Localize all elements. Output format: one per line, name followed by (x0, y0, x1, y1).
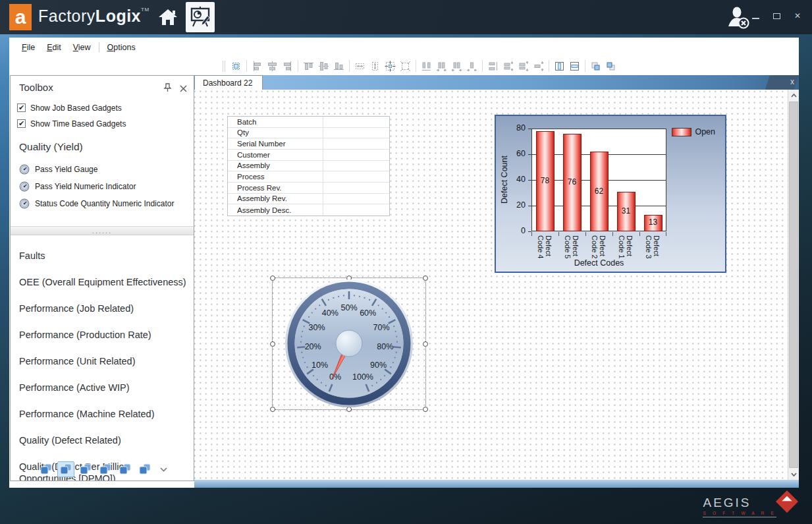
maximize-button[interactable] (771, 11, 782, 21)
toolbox-item-pass-yield-numeric-indicator[interactable]: Pass Yield Numeric Indicator (19, 178, 194, 195)
space-across-increase-button[interactable] (434, 59, 449, 74)
scroll-down-icon[interactable] (788, 469, 799, 480)
titlebar: a FactoryLogixTM (0, 0, 812, 34)
selection-resize-handle[interactable] (270, 341, 275, 347)
space-across-decrease-button[interactable] (449, 59, 464, 74)
scroll-up-icon[interactable] (788, 90, 799, 101)
table-row: Process (228, 171, 389, 183)
fit-height-button[interactable] (367, 59, 383, 74)
align-middles-icon (318, 61, 329, 72)
toolbox-category-faults[interactable]: Faults (19, 235, 187, 262)
gauge-gadget[interactable]: 0%10%20%30%40%50%60%70%80%90%100% (283, 277, 415, 409)
close-button[interactable]: ✕ (792, 11, 803, 21)
gadget-page-button-1[interactable] (38, 461, 55, 477)
toolbox-category-oee-overall-equipment-effectiveness-[interactable]: OEE (Overall Equipment Effectiveness) (19, 262, 187, 288)
selection-resize-handle[interactable] (423, 407, 428, 412)
toolbar-grip[interactable] (223, 61, 225, 72)
align-centers-button[interactable] (265, 59, 280, 74)
x-axis-title: Defect Codes (531, 258, 666, 268)
selection-resize-handle[interactable] (423, 341, 428, 347)
table-row-label: Process Rev. (228, 183, 323, 193)
size-to-control-button[interactable] (383, 59, 398, 74)
toolbox-category-quality-defect-related-[interactable]: Quality (Defect Related) (19, 420, 187, 446)
gadget-page-button-2[interactable] (57, 461, 74, 477)
space-down-equal-button[interactable] (485, 59, 501, 74)
toolbox-category-performance-production-rate-[interactable]: Performance (Production Rate) (19, 314, 187, 341)
toolbox-category-performance-job-related-[interactable]: Performance (Job Related) (19, 288, 187, 314)
dashboard-designer-button[interactable] (186, 2, 215, 32)
table-gadget[interactable]: BatchQtySerial NumberCustomerAssemblyPro… (227, 116, 390, 216)
toolbox-category-performance-machine-related-[interactable]: Performance (Machine Related) (19, 393, 187, 420)
toolbox-category-performance-active-wip-[interactable]: Performance (Active WIP) (19, 367, 187, 393)
svg-text:60%: 60% (360, 308, 376, 318)
tab-dashboard-22[interactable]: Dashboard 22 (194, 75, 263, 90)
align-rights-button[interactable] (280, 59, 295, 74)
menu-bar: FileEditViewOptions (9, 38, 799, 57)
table-row: Serial Number (228, 138, 389, 150)
aegis-sub-text: S O F T W A R E (703, 511, 776, 515)
vertical-scrollbar[interactable] (788, 90, 799, 480)
bring-to-front-button[interactable] (588, 59, 603, 74)
gadget-page-button-4[interactable] (97, 461, 114, 477)
menu-separator (99, 42, 99, 52)
selection-resize-handle[interactable] (270, 276, 275, 281)
menu-file[interactable]: File (16, 40, 41, 55)
center-vertically-button[interactable] (567, 59, 582, 74)
align-lefts-button[interactable] (250, 59, 265, 74)
space-down-remove-button[interactable] (531, 59, 546, 74)
align-bottoms-button[interactable] (331, 59, 346, 74)
gadget-page-button-5[interactable] (117, 461, 134, 477)
menu-options[interactable]: Options (101, 40, 142, 55)
snap-to-grid-button[interactable] (229, 59, 244, 74)
scrollbar-thumb[interactable] (789, 102, 798, 468)
chart-bar-value-label: 76 (563, 177, 582, 187)
align-bottoms-icon (333, 61, 344, 72)
legend-label: Open (695, 127, 715, 136)
close-panel-icon[interactable] (180, 83, 187, 95)
space-across-remove-button[interactable] (464, 59, 479, 74)
bring-to-front-icon (590, 61, 601, 72)
minimize-button[interactable] (750, 11, 761, 21)
toolbox-item-status-code-quantity-numeric-indicator[interactable]: Status Code Quantity Numeric Indicator (19, 195, 194, 212)
align-tops-button[interactable] (301, 59, 316, 74)
checkbox-1[interactable]: ✔ (17, 119, 26, 128)
toolbox-section-heading: Quality (Yield) (19, 141, 194, 153)
table-row-label: Process (228, 171, 323, 182)
selection-resize-handle[interactable] (270, 407, 275, 412)
space-across-decrease-icon (451, 61, 462, 72)
fit-width-button[interactable] (352, 59, 367, 74)
tab-strip-close-icon[interactable]: x (790, 77, 794, 86)
checkbox-0[interactable]: ✔ (17, 103, 26, 112)
center-horizontally-button[interactable] (552, 59, 567, 74)
toolbox-splitter[interactable]: ...... (11, 226, 194, 235)
bar-chart-gadget[interactable]: 02040608078Defect Code 476Defect Code 56… (495, 115, 726, 273)
table-row: Process Rev. (228, 183, 389, 194)
x-axis-tick (666, 232, 666, 236)
table-row-value (323, 204, 389, 216)
dashboard-designer-icon (189, 5, 211, 29)
space-down-increase-button[interactable] (501, 59, 516, 74)
menu-edit[interactable]: Edit (41, 40, 67, 55)
menu-view[interactable]: View (67, 40, 97, 55)
gadget-page-button-3[interactable] (77, 461, 94, 477)
space-down-decrease-button[interactable] (516, 59, 531, 74)
x-axis-category-label: Defect Code 5 (564, 235, 580, 258)
toolbar-separator (549, 60, 549, 72)
align-middles-button[interactable] (316, 59, 331, 74)
splitter-dots: ...... (92, 229, 112, 232)
home-button[interactable] (155, 5, 180, 29)
fit-both-button[interactable] (398, 59, 413, 74)
gadget-page-button-6[interactable] (136, 461, 153, 477)
toolbox-category-performance-unit-related-[interactable]: Performance (Unit Related) (19, 341, 187, 367)
chevron-down-icon[interactable] (160, 467, 167, 472)
gauge-hub (336, 330, 362, 357)
send-to-back-button[interactable] (603, 59, 618, 74)
checkbox-label: Show Time Based Gadgets (30, 119, 126, 129)
selection-resize-handle[interactable] (423, 276, 428, 281)
dashboard-canvas[interactable]: BatchQtySerial NumberCustomerAssemblyPro… (194, 90, 799, 480)
pin-icon[interactable] (163, 83, 172, 95)
toolbox-bottom-gadget-row (11, 460, 194, 479)
logout-user-button[interactable] (727, 7, 751, 29)
space-across-equal-button[interactable] (419, 59, 434, 74)
toolbox-item-pass-yield-gauge[interactable]: Pass Yield Gauge (19, 161, 194, 178)
